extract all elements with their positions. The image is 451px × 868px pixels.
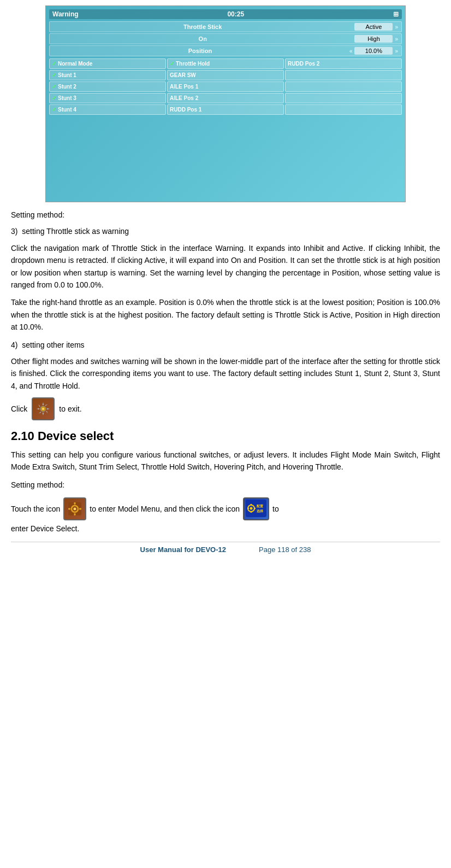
footer-title: User Manual for DEVO-12 <box>140 546 227 554</box>
step3-heading: 3) setting Throttle stick as warning <box>11 225 440 237</box>
throttle-arrow-right: » <box>394 24 399 30</box>
device-select-icon: 配置 选择 <box>246 500 266 519</box>
on-label: On <box>52 36 353 42</box>
grid-empty2 <box>285 81 402 92</box>
on-value: High <box>354 35 393 43</box>
touch-icon-line: Touch the icon to enter Model Menu, and … <box>11 497 440 520</box>
touch-icon-section: Touch the icon to enter Model Menu, and … <box>11 497 440 535</box>
grid-empty3 <box>285 93 402 103</box>
on-arrow-right: » <box>394 36 399 42</box>
svg-point-2 <box>42 408 44 410</box>
svg-rect-16 <box>254 507 256 509</box>
svg-rect-9 <box>79 508 81 510</box>
screen-time: 00:25 <box>227 10 244 18</box>
svg-point-5 <box>74 508 76 511</box>
svg-rect-13 <box>251 504 252 506</box>
svg-rect-15 <box>247 507 249 509</box>
screen-header: Warning 00:25 ⊞ <box>49 9 402 19</box>
svg-text:配置: 配置 <box>257 504 264 508</box>
screen-row-position: Position « 10.0% » <box>49 45 402 56</box>
screen-warning-label: Warning <box>52 10 79 18</box>
enter-device-select: enter Device Select. <box>11 523 440 535</box>
click-prefix: Click <box>11 404 27 413</box>
grid-stunt4: ✓Stunt 4 <box>49 104 166 115</box>
para2: Take the right-hand throttle as an examp… <box>11 296 440 333</box>
grid-stunt1: ✓Stunt 1 <box>49 70 166 80</box>
grid-aile-pos2: AILE Pos 2 <box>167 93 284 103</box>
touch-prefix: Touch the icon <box>11 502 60 516</box>
step3-text: setting Throttle stick as warning <box>22 227 129 236</box>
click-suffix: to exit. <box>59 404 81 413</box>
position-value: 10.0% <box>354 47 393 55</box>
step3-number: 3) <box>11 227 17 236</box>
step4-heading: 4) setting other items <box>11 339 440 351</box>
footer-page-info: Page 118 of 238 <box>259 546 311 554</box>
svg-point-12 <box>250 507 253 509</box>
exit-icon <box>35 401 51 417</box>
position-arrow-left: « <box>348 48 354 54</box>
grid-normal-mode: ✓Normal Mode <box>49 58 166 69</box>
touch-suffix: to <box>272 502 279 516</box>
grid-stunt2: ✓Stunt 2 <box>49 81 166 92</box>
svg-rect-7 <box>74 513 76 515</box>
para4: This setting can help you configure vari… <box>11 449 440 473</box>
section-title: 2.10 Device select <box>11 429 440 443</box>
screen-row-on: On High » <box>49 33 402 44</box>
screen-row-throttle: Throttle Stick Active » <box>49 21 402 32</box>
model-menu-icon <box>67 501 82 517</box>
step4-number: 4) <box>11 341 17 349</box>
grid-rudd-pos1: RUDD Pos 1 <box>167 104 284 115</box>
screen-grid: ✓Normal Mode ✓Throttle Hold RUDD Pos 2 ✓… <box>49 58 402 115</box>
svg-text:选择: 选择 <box>257 509 264 513</box>
svg-rect-14 <box>251 511 252 513</box>
position-label: Position <box>52 48 348 54</box>
grid-empty1 <box>285 70 402 80</box>
click-exit-line: Click to exit. <box>11 397 440 420</box>
touch-middle: to enter Model Menu, and then click the … <box>90 502 240 516</box>
model-menu-icon-box[interactable] <box>63 497 86 520</box>
screenshot-image: Warning 00:25 ⊞ Throttle Stick Active » … <box>45 5 406 202</box>
svg-rect-8 <box>68 508 70 510</box>
step4-text: setting other items <box>22 341 84 349</box>
throttle-value: Active <box>354 23 393 31</box>
setting-method-label: Setting method: <box>11 209 440 221</box>
position-arrow-right: » <box>394 48 399 54</box>
grid-aile-pos1: AILE Pos 1 <box>167 81 284 92</box>
setting-method2-label: Setting method: <box>11 479 440 491</box>
para3: Other flight modes and switches warning … <box>11 355 440 392</box>
grid-throttle-hold: ✓Throttle Hold <box>167 58 284 69</box>
grid-stunt3: ✓Stunt 3 <box>49 93 166 103</box>
para1: Click the navigation mark of Throttle St… <box>11 242 440 291</box>
device-select-icon-box[interactable]: 配置 选择 <box>243 497 269 520</box>
svg-rect-6 <box>74 502 76 505</box>
screen-icon: ⊞ <box>393 10 399 18</box>
footer: User Manual for DEVO-12 Page 118 of 238 <box>11 542 440 554</box>
grid-gear-sw: GEAR SW <box>167 70 284 80</box>
grid-empty4 <box>285 104 402 115</box>
grid-rudd-pos2: RUDD Pos 2 <box>285 58 402 69</box>
main-content: Warning 00:25 ⊞ Throttle Stick Active » … <box>11 5 440 554</box>
throttle-label: Throttle Stick <box>52 24 353 30</box>
exit-icon-box[interactable] <box>32 397 55 420</box>
